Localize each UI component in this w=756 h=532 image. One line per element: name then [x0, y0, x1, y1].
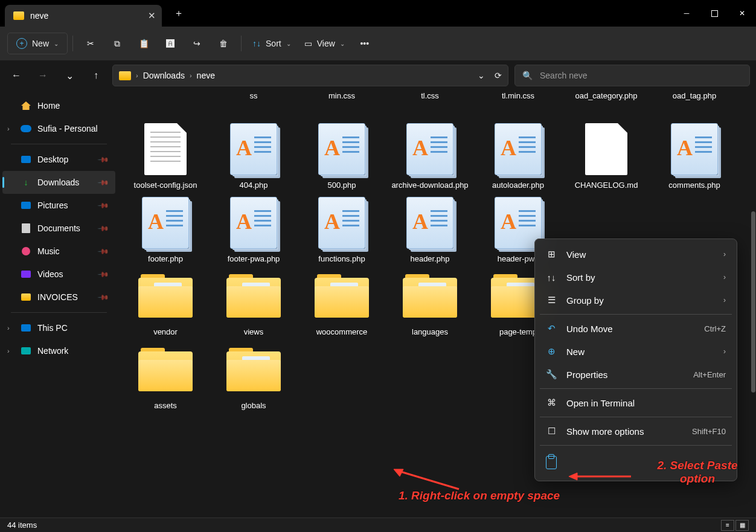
more-icon: ☐ [546, 426, 557, 437]
scrollbar-thumb[interactable] [751, 211, 755, 393]
sort-button[interactable]: ↑↓ Sort ⌄ [246, 33, 297, 54]
cut-button[interactable]: ✂ [78, 33, 103, 54]
chevron-down-icon[interactable]: ⌄ [478, 71, 485, 80]
file-item[interactable]: min.css [298, 91, 386, 117]
folder-item[interactable]: Awoocommerce [298, 269, 386, 338]
file-item[interactable]: A404.php [210, 122, 298, 191]
file-item[interactable]: Afooter-pwa.php [210, 196, 298, 264]
new-tab-button[interactable]: ＋ [169, 4, 188, 23]
maximize-button[interactable] [700, 0, 728, 27]
svg-line-0 [399, 471, 459, 489]
divider [11, 144, 107, 144]
ctx-new[interactable]: ⊕New› [539, 340, 733, 363]
chevron-right-icon[interactable]: › [7, 347, 10, 354]
sidebar-item-videos[interactable]: Videos📌 [2, 263, 115, 286]
folder-item[interactable]: Aviews [210, 269, 298, 338]
window-tab[interactable]: neve ✕ [5, 5, 162, 27]
minimize-button[interactable]: ─ [673, 0, 700, 27]
view-button[interactable]: ▭ View ⌄ [298, 33, 351, 54]
sort-icon: ↑↓ [252, 39, 261, 48]
file-item[interactable]: ss [210, 91, 298, 117]
sort-icon: ↑↓ [546, 272, 557, 283]
sidebar: Home ›Sufia - Personal Desktop📌 ↓Downloa… [0, 91, 118, 518]
pin-icon: 📌 [97, 153, 110, 166]
rename-button[interactable]: 🅰 [158, 33, 183, 54]
back-button[interactable]: ← [6, 65, 27, 86]
sidebar-item-network[interactable]: ›Network [2, 339, 115, 362]
file-item[interactable]: Aheader.php [386, 196, 474, 264]
paste-button[interactable]: 📋 [131, 33, 156, 54]
search-input[interactable]: 🔍 Search neve [514, 65, 750, 86]
sidebar-item-documents[interactable]: Documents📌 [2, 217, 115, 240]
folder-icon [119, 71, 131, 80]
recent-button[interactable]: ⌄ [59, 65, 80, 86]
search-icon: 🔍 [522, 71, 533, 80]
paste-icon[interactable] [546, 456, 557, 469]
chevron-right-icon: › [190, 72, 192, 79]
file-item[interactable]: oad_tag.php [650, 91, 738, 117]
scrollbar[interactable] [751, 91, 756, 507]
ctx-group[interactable]: ☰Group by› [539, 289, 733, 312]
sidebar-item-onedrive[interactable]: ›Sufia - Personal [2, 117, 115, 140]
divider [540, 417, 732, 417]
sidebar-item-pictures[interactable]: Pictures📌 [2, 194, 115, 217]
file-item[interactable]: oad_category.php [562, 91, 650, 117]
view-icon: ▭ [304, 39, 312, 48]
sidebar-item-music[interactable]: Music📌 [2, 240, 115, 263]
ctx-sort[interactable]: ↑↓Sort by› [539, 266, 733, 289]
new-label: New [32, 39, 49, 48]
sidebar-item-thispc[interactable]: ›This PC [2, 316, 115, 339]
file-item[interactable]: Afunctions.php [298, 196, 386, 264]
divider [540, 445, 732, 446]
icons-view-button[interactable]: ▦ [735, 520, 749, 531]
sidebar-item-home[interactable]: Home [2, 94, 115, 117]
sidebar-item-downloads[interactable]: ↓Downloads📌 [2, 171, 115, 194]
new-button[interactable]: + New ⌄ [7, 33, 68, 54]
more-button[interactable]: ••• [352, 33, 377, 54]
details-view-button[interactable]: ≡ [721, 520, 734, 531]
chevron-down-icon: ⌄ [54, 40, 59, 47]
group-icon: ☰ [546, 295, 557, 306]
close-tab-icon[interactable]: ✕ [148, 10, 156, 21]
pin-icon: 📌 [97, 222, 110, 235]
svg-marker-3 [569, 473, 577, 480]
file-item[interactable]: CHANGELOG.md [562, 122, 650, 191]
sidebar-item-invoices[interactable]: INVOICES📌 [2, 286, 115, 309]
ctx-undo[interactable]: ↶Undo MoveCtrl+Z [539, 317, 733, 340]
file-item[interactable]: Aautoloader.php [474, 122, 562, 191]
annotation-arrow-2 [568, 471, 634, 482]
ctx-properties[interactable]: 🔧PropertiesAlt+Enter [539, 363, 733, 386]
folder-item[interactable]: Avendor [121, 269, 210, 338]
file-item[interactable]: Afooter.php [121, 196, 210, 264]
file-item[interactable]: tl.min.css [474, 91, 562, 117]
file-item[interactable]: tl.css [386, 91, 474, 117]
share-button[interactable]: ↪ [184, 33, 210, 54]
ctx-view[interactable]: ⊞View› [539, 243, 733, 266]
file-item[interactable]: Aarchive-download.php [386, 122, 474, 191]
undo-icon: ↶ [546, 323, 557, 334]
folder-item[interactable]: languages [386, 269, 474, 338]
plus-circle-icon: ⊕ [546, 346, 557, 357]
ctx-terminal[interactable]: ⌘Open in Terminal [539, 391, 733, 414]
close-window-button[interactable]: ✕ [728, 0, 756, 27]
address-bar[interactable]: › Downloads › neve ⌄ ⟳ [112, 65, 508, 86]
breadcrumb[interactable]: neve [197, 71, 215, 80]
breadcrumb[interactable]: Downloads [143, 71, 185, 80]
chevron-right-icon[interactable]: › [7, 324, 10, 332]
folder-item[interactable]: Aglobals [210, 342, 298, 411]
delete-button[interactable]: 🗑 [211, 33, 236, 54]
copy-button[interactable]: ⧉ [104, 33, 130, 54]
file-item[interactable]: Acomments.php [650, 122, 738, 191]
chevron-right-icon[interactable]: › [7, 125, 10, 132]
folder-item[interactable]: assets [121, 342, 210, 411]
file-item[interactable]: A500.php [298, 122, 386, 191]
refresh-button[interactable]: ⟳ [495, 71, 502, 80]
sidebar-item-desktop[interactable]: Desktop📌 [2, 148, 115, 171]
up-button[interactable]: ↑ [86, 65, 106, 86]
file-item[interactable]: toolset-config.json [121, 122, 210, 191]
trash-icon: 🗑 [219, 39, 228, 48]
navigation-row: ← → ⌄ ↑ › Downloads › neve ⌄ ⟳ 🔍 Search … [0, 60, 756, 91]
sort-label: Sort [266, 39, 281, 48]
forward-button[interactable]: → [33, 65, 53, 86]
ctx-more[interactable]: ☐Show more optionsShift+F10 [539, 420, 733, 443]
